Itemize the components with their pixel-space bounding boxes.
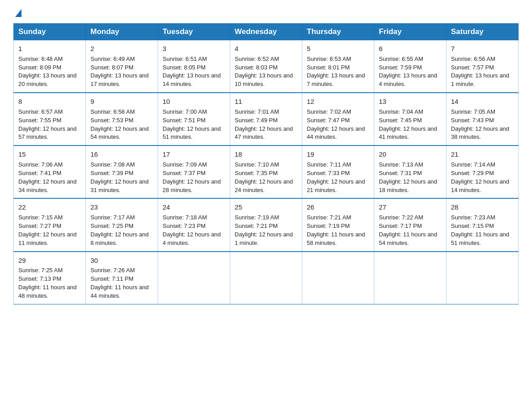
day-info: Sunrise: 6:48 AMSunset: 8:09 PMDaylight:… (18, 55, 81, 89)
calendar-cell: 3Sunrise: 6:51 AMSunset: 8:05 PMDaylight… (158, 40, 230, 93)
day-info: Sunrise: 7:08 AMSunset: 7:39 PMDaylight:… (90, 161, 153, 194)
calendar-cell (302, 252, 374, 304)
calendar-cell: 27Sunrise: 7:22 AMSunset: 7:17 PMDayligh… (374, 198, 446, 251)
day-number: 13 (379, 97, 442, 107)
day-number: 29 (18, 256, 81, 265)
day-info: Sunrise: 6:58 AMSunset: 7:53 PMDaylight:… (90, 108, 153, 141)
day-info: Sunrise: 7:25 AMSunset: 7:13 PMDaylight:… (18, 266, 81, 300)
calendar-cell: 17Sunrise: 7:09 AMSunset: 7:37 PMDayligh… (158, 146, 230, 198)
day-info: Sunrise: 6:52 AMSunset: 8:03 PMDaylight:… (235, 55, 297, 89)
calendar-cell: 12Sunrise: 7:02 AMSunset: 7:47 PMDayligh… (302, 93, 374, 146)
day-info: Sunrise: 7:06 AMSunset: 7:41 PMDaylight:… (18, 161, 81, 194)
day-number: 6 (379, 44, 442, 54)
calendar-cell (158, 252, 230, 304)
calendar-cell: 5Sunrise: 6:53 AMSunset: 8:01 PMDaylight… (302, 40, 374, 93)
day-number: 27 (379, 202, 442, 212)
calendar-cell: 20Sunrise: 7:13 AMSunset: 7:31 PMDayligh… (374, 146, 446, 198)
day-info: Sunrise: 7:26 AMSunset: 7:11 PMDaylight:… (90, 266, 153, 300)
day-number: 3 (163, 44, 225, 54)
calendar-cell: 24Sunrise: 7:18 AMSunset: 7:23 PMDayligh… (158, 198, 230, 251)
calendar-week-row: 15Sunrise: 7:06 AMSunset: 7:41 PMDayligh… (14, 146, 519, 198)
day-number: 30 (90, 256, 153, 265)
day-of-week-saturday: Saturday (446, 24, 519, 40)
day-number: 1 (18, 44, 81, 54)
day-info: Sunrise: 7:14 AMSunset: 7:29 PMDaylight:… (451, 161, 514, 194)
day-of-week-wednesday: Wednesday (230, 24, 302, 40)
day-number: 10 (163, 97, 225, 107)
calendar-cell: 19Sunrise: 7:11 AMSunset: 7:33 PMDayligh… (302, 146, 374, 198)
day-number: 12 (307, 97, 369, 107)
calendar-cell: 7Sunrise: 6:56 AMSunset: 7:57 PMDaylight… (446, 40, 519, 93)
calendar-cell: 21Sunrise: 7:14 AMSunset: 7:29 PMDayligh… (446, 146, 519, 198)
calendar-cell (230, 252, 302, 304)
calendar-cell: 10Sunrise: 7:00 AMSunset: 7:51 PMDayligh… (158, 93, 230, 146)
day-number: 16 (90, 150, 153, 159)
calendar-cell: 11Sunrise: 7:01 AMSunset: 7:49 PMDayligh… (230, 93, 302, 146)
day-info: Sunrise: 7:00 AMSunset: 7:51 PMDaylight:… (163, 108, 225, 141)
calendar-cell: 30Sunrise: 7:26 AMSunset: 7:11 PMDayligh… (86, 252, 158, 304)
calendar-cell: 6Sunrise: 6:55 AMSunset: 7:59 PMDaylight… (374, 40, 446, 93)
day-number: 4 (235, 44, 297, 54)
day-of-week-thursday: Thursday (302, 24, 374, 40)
day-number: 14 (451, 97, 514, 107)
calendar-cell: 9Sunrise: 6:58 AMSunset: 7:53 PMDaylight… (86, 93, 158, 146)
calendar-cell: 23Sunrise: 7:17 AMSunset: 7:25 PMDayligh… (86, 198, 158, 251)
day-of-week-sunday: Sunday (14, 24, 86, 40)
calendar-cell: 26Sunrise: 7:21 AMSunset: 7:19 PMDayligh… (302, 198, 374, 251)
day-number: 22 (18, 202, 81, 212)
day-info: Sunrise: 6:56 AMSunset: 7:57 PMDaylight:… (451, 55, 514, 89)
day-number: 25 (235, 202, 297, 212)
day-number: 8 (18, 97, 81, 107)
day-number: 21 (451, 150, 514, 159)
day-number: 28 (451, 202, 514, 212)
day-number: 15 (18, 150, 81, 159)
day-info: Sunrise: 6:53 AMSunset: 8:01 PMDaylight:… (307, 55, 369, 89)
day-info: Sunrise: 7:15 AMSunset: 7:27 PMDaylight:… (18, 214, 81, 247)
day-info: Sunrise: 7:10 AMSunset: 7:35 PMDaylight:… (235, 161, 297, 194)
calendar-cell: 4Sunrise: 6:52 AMSunset: 8:03 PMDaylight… (230, 40, 302, 93)
day-number: 9 (90, 97, 153, 107)
day-info: Sunrise: 7:18 AMSunset: 7:23 PMDaylight:… (163, 214, 225, 247)
day-of-week-monday: Monday (86, 24, 158, 40)
calendar-week-row: 29Sunrise: 7:25 AMSunset: 7:13 PMDayligh… (14, 252, 519, 304)
day-number: 17 (163, 150, 225, 159)
day-info: Sunrise: 7:09 AMSunset: 7:37 PMDaylight:… (163, 161, 225, 194)
day-info: Sunrise: 7:13 AMSunset: 7:31 PMDaylight:… (379, 161, 442, 194)
day-info: Sunrise: 7:11 AMSunset: 7:33 PMDaylight:… (307, 161, 369, 194)
day-number: 11 (235, 97, 297, 107)
calendar-table: SundayMondayTuesdayWednesdayThursdayFrid… (13, 23, 519, 304)
page-header (13, 9, 519, 15)
calendar-cell: 15Sunrise: 7:06 AMSunset: 7:41 PMDayligh… (14, 146, 86, 198)
calendar-cell: 13Sunrise: 7:04 AMSunset: 7:45 PMDayligh… (374, 93, 446, 146)
day-number: 2 (90, 44, 153, 54)
day-of-week-friday: Friday (374, 24, 446, 40)
logo (13, 9, 21, 15)
calendar-cell: 29Sunrise: 7:25 AMSunset: 7:13 PMDayligh… (14, 252, 86, 304)
day-number: 7 (451, 44, 514, 54)
day-info: Sunrise: 6:55 AMSunset: 7:59 PMDaylight:… (379, 55, 442, 89)
calendar-cell: 14Sunrise: 7:05 AMSunset: 7:43 PMDayligh… (446, 93, 519, 146)
day-number: 5 (307, 44, 369, 54)
calendar-week-row: 8Sunrise: 6:57 AMSunset: 7:55 PMDaylight… (14, 93, 519, 146)
calendar-cell: 25Sunrise: 7:19 AMSunset: 7:21 PMDayligh… (230, 198, 302, 251)
calendar-cell (446, 252, 519, 304)
day-info: Sunrise: 7:19 AMSunset: 7:21 PMDaylight:… (235, 214, 297, 247)
calendar-cell (374, 252, 446, 304)
logo-triangle-icon (15, 9, 21, 17)
day-info: Sunrise: 7:23 AMSunset: 7:15 PMDaylight:… (451, 214, 514, 247)
calendar-cell: 28Sunrise: 7:23 AMSunset: 7:15 PMDayligh… (446, 198, 519, 251)
day-info: Sunrise: 6:49 AMSunset: 8:07 PMDaylight:… (90, 55, 153, 89)
day-info: Sunrise: 7:04 AMSunset: 7:45 PMDaylight:… (379, 108, 442, 141)
day-number: 23 (90, 202, 153, 212)
calendar-cell: 2Sunrise: 6:49 AMSunset: 8:07 PMDaylight… (86, 40, 158, 93)
day-number: 20 (379, 150, 442, 159)
day-of-week-tuesday: Tuesday (158, 24, 230, 40)
calendar-week-row: 22Sunrise: 7:15 AMSunset: 7:27 PMDayligh… (14, 198, 519, 251)
logo-text (13, 9, 21, 17)
day-number: 24 (163, 202, 225, 212)
day-info: Sunrise: 6:51 AMSunset: 8:05 PMDaylight:… (163, 55, 225, 89)
day-info: Sunrise: 7:22 AMSunset: 7:17 PMDaylight:… (379, 214, 442, 247)
calendar-cell: 18Sunrise: 7:10 AMSunset: 7:35 PMDayligh… (230, 146, 302, 198)
calendar-cell: 22Sunrise: 7:15 AMSunset: 7:27 PMDayligh… (14, 198, 86, 251)
day-info: Sunrise: 7:02 AMSunset: 7:47 PMDaylight:… (307, 108, 369, 141)
